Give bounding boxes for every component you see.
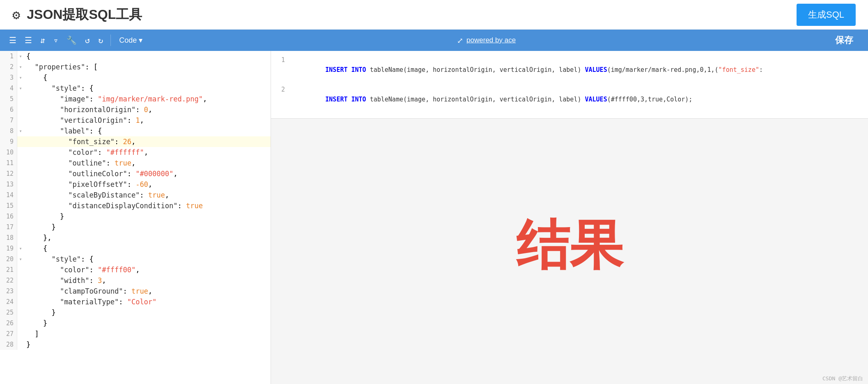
code-dropdown[interactable]: Code ▾ (116, 34, 146, 46)
line-code: "color": "#ffffff", (24, 147, 271, 158)
line-number: 11 (0, 158, 17, 168)
line-code: "font_size": 26, (24, 136, 271, 147)
toolbar-center: ⤢ powered by ace (149, 36, 824, 45)
line-code: "outline": true, (24, 158, 271, 168)
line-number: 26 (0, 318, 17, 329)
fold-icon[interactable]: ▾ (17, 62, 24, 72)
expand-icon[interactable]: ⤢ (457, 36, 463, 45)
editor-line: 25 } (0, 307, 271, 318)
toolbar-icon-undo[interactable]: ↺ (83, 34, 92, 47)
line-code: }, (24, 232, 271, 243)
main-content: 1▾{2▾ "properties": [3▾ {4▾ "style": {5 … (0, 51, 868, 384)
line-number: 2 (0, 62, 17, 72)
line-code: } (24, 211, 271, 222)
line-number: 19 (0, 243, 17, 254)
editor-line: 3▾ { (0, 72, 271, 83)
fold-icon[interactable]: ▾ (17, 126, 24, 136)
line-number: 15 (0, 200, 17, 211)
line-number: 10 (0, 147, 17, 158)
line-code: "distanceDisplayCondition": true (24, 200, 271, 211)
toolbar-icon-lines1[interactable]: ☰ (7, 34, 19, 47)
editor-line: 28} (0, 339, 271, 350)
fold-icon[interactable]: ▾ (17, 72, 24, 83)
editor-line: 26 } (0, 318, 271, 329)
sql-line-num-1: 1 (278, 55, 285, 65)
save-button[interactable]: 保存 (827, 32, 861, 49)
toolbar-icon-wrench[interactable]: 🔧 (64, 34, 79, 47)
editor-line: 27 ] (0, 329, 271, 339)
toolbar-icon-sort[interactable]: ⇵ (38, 34, 48, 47)
editor-line: 20▾ "style": { (0, 254, 271, 264)
line-number: 3 (0, 72, 17, 83)
generate-sql-button[interactable]: 生成SQL (797, 4, 856, 26)
line-code: "label": { (24, 126, 271, 136)
editor-line: 17 } (0, 222, 271, 232)
sql-text-1: INSERT INTO tableName(image, horizontalO… (288, 55, 763, 85)
line-number: 6 (0, 104, 17, 115)
line-code: "color": "#ffff00", (24, 264, 271, 275)
fold-icon[interactable]: ▾ (17, 254, 24, 264)
line-code: } (24, 222, 271, 232)
line-number: 14 (0, 190, 17, 200)
line-number: 27 (0, 329, 17, 339)
powered-by-link[interactable]: powered by ace (466, 36, 516, 44)
header-left: ⚙ JSON提取SQL工具 (12, 6, 142, 24)
line-number: 13 (0, 179, 17, 190)
toolbar-icon-redo[interactable]: ↻ (96, 34, 106, 47)
line-code: "style": { (24, 83, 271, 94)
line-number: 9 (0, 136, 17, 147)
line-code: "materialType": "Color" (24, 297, 271, 307)
line-code: "horizontalOrigin": 0, (24, 104, 271, 115)
editor-line: 14 "scaleByDistance": true, (0, 190, 271, 200)
line-number: 16 (0, 211, 17, 222)
line-number: 20 (0, 254, 17, 264)
line-number: 5 (0, 94, 17, 104)
editor-line: 15 "distanceDisplayCondition": true (0, 200, 271, 211)
sql-line-1: 1 INSERT INTO tableName(image, horizonta… (278, 55, 861, 85)
result-panel: 1 INSERT INTO tableName(image, horizonta… (271, 51, 868, 384)
editor-line: 24 "materialType": "Color" (0, 297, 271, 307)
line-number: 18 (0, 232, 17, 243)
line-number: 23 (0, 286, 17, 297)
line-number: 1 (0, 51, 17, 62)
fold-icon[interactable]: ▾ (17, 243, 24, 254)
header-title: JSON提取SQL工具 (27, 6, 142, 24)
toolbar-icon-lines2[interactable]: ☰ (22, 34, 34, 47)
line-code: { (24, 72, 271, 83)
gear-icon[interactable]: ⚙ (12, 7, 20, 23)
editor-line: 1▾{ (0, 51, 271, 62)
editor-line: 21 "color": "#ffff00", (0, 264, 271, 275)
editor-line: 11 "outline": true, (0, 158, 271, 168)
editor-line: 10 "color": "#ffffff", (0, 147, 271, 158)
header: ⚙ JSON提取SQL工具 生成SQL (0, 0, 868, 30)
fold-icon[interactable]: ▾ (17, 83, 24, 94)
line-code: "pixelOffsetY": -60, (24, 179, 271, 190)
line-number: 22 (0, 275, 17, 286)
editor-line: 8▾ "label": { (0, 126, 271, 136)
toolbar-icon-filter[interactable]: ▿ (51, 34, 61, 47)
fold-icon[interactable]: ▾ (17, 51, 24, 62)
line-code: "properties": [ (24, 62, 271, 72)
result-text: 结果 (516, 210, 623, 282)
line-number: 17 (0, 222, 17, 232)
sql-text-2: INSERT INTO tableName(image, horizontalO… (288, 85, 692, 114)
editor-line: 16 } (0, 211, 271, 222)
line-code: } (24, 339, 271, 350)
editor-line: 22 "width": 3, (0, 275, 271, 286)
line-number: 24 (0, 297, 17, 307)
editor-line: 18 }, (0, 232, 271, 243)
line-code: "style": { (24, 254, 271, 264)
sql-line-num-2: 2 (278, 85, 285, 94)
line-code: "width": 3, (24, 275, 271, 286)
editor-line: 13 "pixelOffsetY": -60, (0, 179, 271, 190)
result-display: 结果 (271, 119, 868, 373)
line-number: 21 (0, 264, 17, 275)
line-number: 4 (0, 83, 17, 94)
line-code: } (24, 318, 271, 329)
editor-line: 12 "outlineColor": "#000000", (0, 168, 271, 179)
line-number: 28 (0, 339, 17, 350)
editor-line: 23 "clampToGround": true, (0, 286, 271, 297)
footer-credit: CSDN @艺术留白 (271, 373, 868, 384)
editor-panel[interactable]: 1▾{2▾ "properties": [3▾ {4▾ "style": {5 … (0, 51, 271, 384)
editor-content[interactable]: 1▾{2▾ "properties": [3▾ {4▾ "style": {5 … (0, 51, 271, 384)
